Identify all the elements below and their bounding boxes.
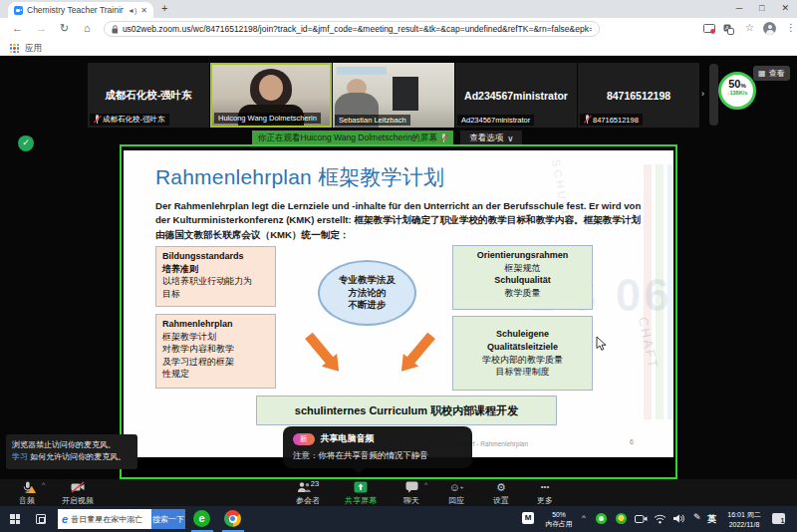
participants-button[interactable]: 23 参会者 <box>285 481 331 506</box>
lock-icon <box>112 25 118 34</box>
tab-close-icon[interactable]: ✕ <box>140 6 147 15</box>
slide-box-curriculum: schulinternes Curriculum 职校内部课程开发 <box>256 396 557 425</box>
window-minimize-button[interactable]: ─ <box>736 3 742 13</box>
watching-banner: 你正在观看Huicong Wang Dolmetscherin的屏幕 查看选项 … <box>252 131 522 145</box>
chevron-up-icon[interactable]: ^ <box>42 481 45 488</box>
home-icon[interactable]: ⌂ <box>84 22 91 34</box>
share-audio-toast: 新 共享电脑音频 注意：你将在共享音频的情况下静音 <box>283 426 472 468</box>
learn-link[interactable]: 学习 <box>12 452 28 461</box>
performance-widget[interactable]: 50% ↓138K/s <box>718 72 756 110</box>
smiley-plus-icon: ☺+ <box>449 481 464 493</box>
tray-360-icon[interactable] <box>616 513 627 524</box>
browser-tab[interactable]: Chemistry Teacher Trainin ◄) ✕ <box>8 2 153 18</box>
participant-tile[interactable]: Ad234567ministrator Ad234567ministrator <box>455 63 577 128</box>
mic-muted-icon <box>94 115 101 125</box>
browser-toolbar: ← → ↻ ⌂ us02web.zoom.us/wc/84716512198/j… <box>0 18 797 40</box>
mic-permission-tooltip: 浏览器禁止访问你的麦克风。 学习 如何允许访问你的麦克风。 <box>6 434 137 469</box>
task-view-icon[interactable] <box>36 514 46 524</box>
participant-tile[interactable]: Sebastian Leitzbach <box>333 63 454 128</box>
taskbar-search-box[interactable]: e 昔日童星在家中溺亡 搜索一下 <box>58 509 185 529</box>
slide-box-rahmenlehrplan: Rahmenlehrplan 框架教学计划 对教学内容和教学 及学习过程的框架 … <box>155 314 276 389</box>
more-button[interactable]: ••• 更多 <box>522 481 568 506</box>
ime-indicator[interactable]: 英 <box>707 513 716 526</box>
audio-button[interactable]: 音频 ^ <box>4 481 50 506</box>
notification-center-icon[interactable]: 1 <box>772 513 785 524</box>
window-close-button[interactable]: ✕ <box>781 3 789 13</box>
participant-tile-active-speaker[interactable]: Huicong Wang Dolmetscherin <box>210 63 332 128</box>
translate-icon[interactable]: A <box>723 24 734 35</box>
apps-grid-icon[interactable] <box>10 44 19 53</box>
url-text: us02web.zoom.us/wc/84716512198/join?trac… <box>123 24 592 34</box>
gear-icon: ⚙ <box>496 481 506 493</box>
settings-button[interactable]: ⚙ 设置 <box>478 481 524 506</box>
bookmarks-bar: 应用 <box>0 40 797 56</box>
view-options-button[interactable]: 查看选项 ∨ <box>460 131 522 145</box>
chat-icon <box>405 481 418 493</box>
slide-page-number: 6 <box>630 438 634 445</box>
new-tab-button[interactable]: + <box>161 2 167 14</box>
participants-icon: 23 <box>297 481 319 493</box>
mic-muted-icon <box>584 115 591 125</box>
mouse-cursor <box>596 336 608 352</box>
browser-tabstrip: Chemistry Teacher Trainin ◄) ✕ + ─ □ ✕ <box>0 0 797 18</box>
url-bar[interactable]: us02web.zoom.us/wc/84716512198/join?trac… <box>104 21 600 37</box>
participants-count: 23 <box>311 479 319 488</box>
zoom-toolbar: 音频 ^ 开启视频 23 参会者 共享屏幕 聊天 ^ ☺+ 回应 ⚙ 设置 •• <box>0 479 797 506</box>
participant-tile[interactable]: 84716512198 84716512198 <box>578 63 699 128</box>
chat-button[interactable]: 聊天 ^ <box>389 481 434 506</box>
profile-avatar-icon[interactable] <box>763 22 776 35</box>
security-shield-icon[interactable]: ✓ <box>18 135 34 151</box>
view-button[interactable]: ▦ 查看 <box>753 66 790 81</box>
tray-app-icon[interactable]: M <box>522 512 534 524</box>
mic-muted-icon <box>440 133 447 143</box>
orange-arrow-down-left <box>392 329 438 380</box>
clock[interactable]: 16:01 周二2022/11/8 <box>721 510 767 530</box>
reactions-button[interactable]: ☺+ 回应 <box>433 481 479 506</box>
search-suggestion-text: 昔日童星在家中溺亡 <box>71 514 142 525</box>
tray-network-icon[interactable] <box>654 513 666 524</box>
share-screen-icon <box>354 481 368 493</box>
reload-icon[interactable]: ↻ <box>60 22 69 35</box>
chevron-down-icon: ∨ <box>507 133 513 143</box>
presentation-slide: BS 06 CHAFT SCHULE Rahmenlehrplan 框架教学计划… <box>124 150 673 457</box>
strip-handle[interactable] <box>709 64 718 126</box>
search-go-button[interactable]: 搜索一下 <box>151 509 185 529</box>
zoom-favicon <box>14 6 23 15</box>
apps-bookmark[interactable]: 应用 <box>25 43 42 55</box>
window-restore-button[interactable]: □ <box>759 3 764 13</box>
more-icon: ••• <box>541 481 549 493</box>
slide-title: Rahmenlehrplan 框架教学计划 <box>155 163 444 191</box>
start-video-button[interactable]: 开启视频 <box>52 481 104 506</box>
tray-chevron-icon[interactable]: ^ <box>582 513 586 522</box>
share-screen-button[interactable]: 共享屏幕 <box>335 481 387 506</box>
chevron-up-icon[interactable]: ^ <box>424 481 427 488</box>
cast-blocked-icon[interactable] <box>703 24 715 34</box>
back-icon[interactable]: ← <box>12 22 23 34</box>
orange-arrow-down-right <box>301 329 348 380</box>
memory-widget[interactable]: 50%内存占用 <box>540 510 578 528</box>
bookmark-star-icon[interactable]: ☆ <box>745 22 754 33</box>
strip-collapse-icon[interactable]: › <box>701 89 704 99</box>
warning-icon <box>28 486 36 493</box>
windows-taskbar: e 昔日童星在家中溺亡 搜索一下 e M 50%内存占用 ^ ✎ 英 16:01… <box>0 506 797 532</box>
browser-360-icon[interactable]: e <box>193 510 210 527</box>
browser-menu-icon[interactable]: ⋮ <box>786 22 796 33</box>
tray-volume-icon[interactable] <box>672 513 685 524</box>
camera-off-icon <box>71 481 85 493</box>
slide-ellipse: 专业教学法及 方法论的 不断进步 <box>318 260 416 326</box>
banner-text: 你正在观看Huicong Wang Dolmetscherin的屏幕 <box>258 133 437 144</box>
tab-title: Chemistry Teacher Trainin <box>27 5 124 15</box>
chrome-icon[interactable] <box>224 510 241 527</box>
slide-box-orientierungsrahmen: Orientierungsrahmen 框架规范 Schulqualität 教… <box>452 245 593 310</box>
tray-pen-icon[interactable]: ✎ <box>693 512 701 522</box>
participant-tile[interactable]: 成都石化校-强叶东 成都石化校-强叶东 <box>88 63 209 128</box>
tray-green-icon[interactable] <box>596 513 607 524</box>
tab-audio-icon[interactable]: ◄) <box>128 7 136 14</box>
new-badge: 新 <box>293 433 315 445</box>
slide-paragraph: Der Rahmenlehrplan legt die Lernziele un… <box>155 199 648 242</box>
tray-camera-icon[interactable] <box>635 513 648 524</box>
forward-icon[interactable]: → <box>36 22 47 34</box>
search-engine-icon: e <box>62 513 68 525</box>
mic-icon <box>22 481 33 493</box>
start-button-icon[interactable] <box>10 514 20 524</box>
